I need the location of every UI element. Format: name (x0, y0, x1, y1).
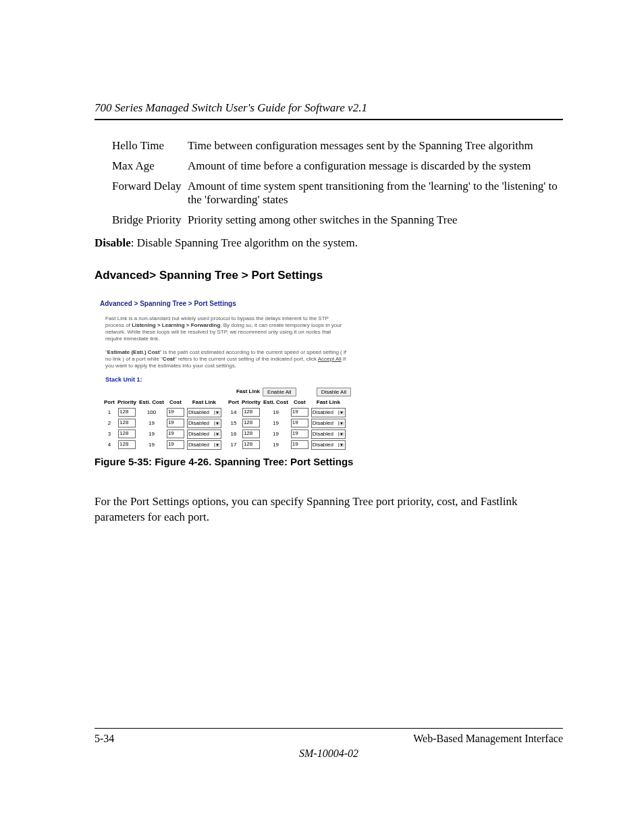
fastlink-select[interactable]: Disabled▼ (187, 440, 221, 450)
col-priority: Priority (116, 398, 138, 407)
accept-all-link[interactable]: Accept All (318, 356, 342, 362)
definition-row: Max Age Amount of time before a configur… (112, 159, 563, 173)
cell-esti-cost: 19 (262, 440, 290, 450)
cell-esti-cost: 19 (262, 418, 290, 429)
col-cost: Cost (290, 398, 310, 407)
text-bold: Estimate (Esti.) Cost (107, 349, 160, 355)
definition-row: Hello Time Time between configuration me… (112, 139, 563, 153)
cell-esti-cost: 19 (138, 440, 165, 450)
screenshot-paragraph: Fast Link is a non-standard but widely u… (100, 315, 354, 342)
fastlink-select[interactable]: Disabled▼ (187, 419, 221, 428)
cost-input[interactable]: 19 (167, 440, 184, 449)
cell-port: 1 (103, 407, 116, 418)
cost-input[interactable]: 19 (291, 408, 308, 417)
cell-esti-cost: 19 (138, 429, 165, 440)
fastlink-select[interactable]: Disabled▼ (311, 419, 346, 428)
priority-input[interactable]: 128 (118, 440, 136, 449)
chevron-down-icon: ▼ (338, 432, 344, 436)
cost-input[interactable]: 19 (291, 419, 308, 427)
definition-desc: Amount of time before a configuration me… (188, 159, 563, 173)
cost-input[interactable]: 19 (167, 419, 184, 427)
chevron-down-icon: ▼ (214, 443, 220, 447)
definition-term: Max Age (112, 159, 188, 173)
fastlink-select[interactable]: Disabled▼ (311, 429, 346, 439)
priority-input[interactable]: 128 (242, 440, 260, 449)
chevron-down-icon: ▼ (338, 411, 344, 415)
fastlink-select[interactable]: Disabled▼ (187, 408, 221, 417)
port-settings-table: Port Priority Esti. Cost Cost Fast Link … (100, 398, 354, 450)
footer-doc-id: SM-10004-02 (95, 748, 563, 760)
disable-all-button[interactable]: Disable All (317, 388, 351, 396)
definitions-block: Hello Time Time between configuration me… (112, 139, 563, 227)
definition-term: Hello Time (112, 139, 188, 153)
page-number: 5-34 (95, 733, 114, 745)
cell-esti-cost: 19 (138, 418, 165, 429)
text-bold: Listening > Learning > Forwarding (132, 322, 220, 328)
priority-input[interactable]: 128 (242, 429, 260, 438)
cell-port: 15 (227, 418, 240, 429)
fastlink-toolbar: Fast Link Enable All Disable All (100, 388, 354, 398)
table-header-row: Port Priority Esti. Cost Cost Fast Link (227, 398, 347, 407)
cost-input[interactable]: 19 (167, 429, 184, 438)
body-paragraph: For the Port Settings options, you can s… (95, 494, 563, 525)
table-row: 21281919Disabled▼ (103, 418, 223, 429)
cell-esti-cost: 19 (262, 407, 290, 418)
cell-esti-cost: 100 (138, 407, 165, 418)
priority-input[interactable]: 128 (242, 408, 260, 417)
definition-desc: Time between configuration messages sent… (188, 139, 563, 153)
table-row: 41281919Disabled▼ (103, 440, 223, 450)
header-rule (95, 119, 563, 120)
priority-input[interactable]: 128 (118, 408, 136, 417)
fastlink-select[interactable]: Disabled▼ (187, 429, 221, 439)
disable-line: Disable: Disable Spanning Tree algorithm… (95, 236, 563, 250)
fastlink-select[interactable]: Disabled▼ (311, 440, 346, 450)
table-row: 112810019Disabled▼ (103, 407, 223, 418)
table-row: 31281919Disabled▼ (103, 429, 223, 440)
col-priority: Priority (240, 398, 262, 407)
definition-row: Forward Delay Amount of time system spen… (112, 180, 563, 207)
definition-desc: Amount of time system spent transitionin… (188, 180, 563, 207)
screenshot-paragraph: "Estimate (Esti.) Cost" is the path cost… (100, 349, 354, 369)
priority-input[interactable]: 128 (118, 419, 136, 427)
fastlink-label: Fast Link (236, 388, 260, 395)
priority-input[interactable]: 128 (242, 419, 260, 427)
cell-port: 2 (103, 418, 116, 429)
cell-esti-cost: 19 (262, 429, 290, 440)
figure-container: Advanced > Spanning Tree > Port Settings… (95, 294, 563, 467)
table-row: 171281919Disabled▼ (227, 440, 347, 450)
text-bold: Cost (163, 356, 175, 362)
fastlink-select[interactable]: Disabled▼ (311, 408, 346, 417)
cell-port: 16 (227, 429, 240, 440)
disable-label: Disable (95, 236, 131, 249)
col-fastlink: Fast Link (310, 398, 347, 407)
cost-input[interactable]: 19 (291, 429, 308, 438)
page-footer: 5-34 Web-Based Management Interface SM-1… (95, 728, 563, 760)
definition-term: Bridge Priority (112, 213, 188, 227)
cell-port: 4 (103, 440, 116, 450)
col-port: Port (103, 398, 116, 407)
table-row: 161281919Disabled▼ (227, 429, 347, 440)
disable-text: : Disable Spanning Tree algorithm on the… (131, 236, 358, 249)
chevron-down-icon: ▼ (338, 443, 344, 447)
enable-all-button[interactable]: Enable All (263, 388, 296, 396)
screenshot-panel: Advanced > Spanning Tree > Port Settings… (95, 294, 359, 450)
chevron-down-icon: ▼ (338, 421, 344, 425)
table-header-row: Port Priority Esti. Cost Cost Fast Link (103, 398, 223, 407)
section-heading: Advanced> Spanning Tree > Port Settings (95, 269, 563, 282)
cost-input[interactable]: 19 (167, 408, 184, 417)
table-row: 151281919Disabled▼ (227, 418, 347, 429)
chevron-down-icon: ▼ (214, 411, 220, 415)
figure-caption: Figure 5-35: Figure 4-26. Spanning Tree:… (95, 456, 563, 467)
priority-input[interactable]: 128 (118, 429, 136, 438)
footer-rule (95, 728, 563, 729)
col-fastlink: Fast Link (186, 398, 223, 407)
port-table-right: Port Priority Esti. Cost Cost Fast Link … (227, 398, 347, 450)
cell-port: 14 (227, 407, 240, 418)
footer-section: Web-Based Management Interface (413, 733, 563, 745)
definition-desc: Priority setting among other switches in… (188, 213, 563, 227)
cost-input[interactable]: 19 (291, 440, 308, 449)
col-esti-cost: Esti. Cost (138, 398, 165, 407)
definition-term: Forward Delay (112, 180, 188, 207)
table-row: 141281919Disabled▼ (227, 407, 347, 418)
running-header: 700 Series Managed Switch User's Guide f… (95, 101, 563, 115)
